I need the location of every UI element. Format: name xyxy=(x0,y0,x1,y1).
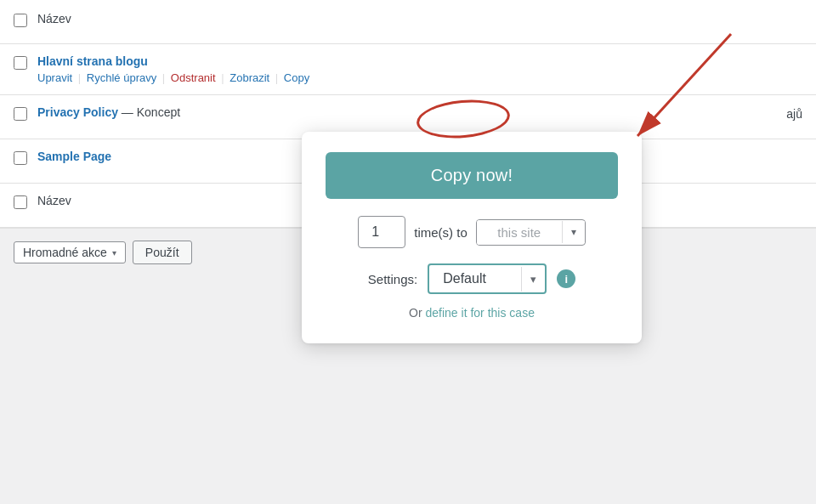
settings-select-value: Default xyxy=(429,265,521,292)
settings-label: Settings: xyxy=(368,272,417,286)
table-row: Název xyxy=(0,0,816,44)
row-title: Název xyxy=(37,194,71,207)
row-title-link[interactable]: Hlavní strana blogu xyxy=(37,54,148,68)
times-label: time(s) to xyxy=(414,225,468,240)
row-suffix: — Koncept xyxy=(122,105,180,119)
chevron-down-icon[interactable]: ▾ xyxy=(521,267,545,292)
times-input[interactable] xyxy=(358,216,405,248)
row-checkbox[interactable] xyxy=(14,151,27,165)
action-view[interactable]: Zobrazit xyxy=(230,71,269,84)
row-title: Název xyxy=(37,12,71,25)
row-checkbox[interactable] xyxy=(14,14,27,27)
row-checkbox-wrap xyxy=(14,12,37,30)
separator: | xyxy=(221,71,224,84)
action-copy[interactable]: Copy xyxy=(284,71,309,84)
action-edit[interactable]: Upravit xyxy=(37,71,72,84)
row-checkbox[interactable] xyxy=(14,56,27,70)
page-wrapper: Název Hlavní strana blogu Upravit | Rych… xyxy=(0,0,816,504)
copy-times-row: time(s) to this site ▾ xyxy=(326,216,618,248)
row-actions: Upravit | Rychlé úpravy | Odstranit | Zo… xyxy=(37,71,802,84)
separator: | xyxy=(162,71,165,84)
settings-select[interactable]: Default ▾ xyxy=(428,263,547,294)
info-icon[interactable]: i xyxy=(557,269,575,288)
action-quick-edit[interactable]: Rychlé úpravy xyxy=(87,71,156,84)
site-select-value: this site xyxy=(477,220,562,245)
separator: | xyxy=(78,71,81,84)
row-content: Privacy Policy — Koncept xyxy=(37,105,786,119)
row-trail: ajů xyxy=(786,105,802,121)
row-checkbox-wrap xyxy=(14,54,37,72)
site-select[interactable]: this site ▾ xyxy=(476,219,586,246)
row-checkbox-wrap xyxy=(14,194,37,212)
action-delete[interactable]: Odstranit xyxy=(171,71,216,84)
define-it-link[interactable]: define it for this case xyxy=(426,306,535,320)
copy-now-button[interactable]: Copy now! xyxy=(326,152,618,199)
table-row: Hlavní strana blogu Upravit | Rychlé úpr… xyxy=(0,44,816,95)
bulk-actions-select[interactable]: Hromadné akce ▾ xyxy=(14,241,126,263)
row-checkbox-wrap xyxy=(14,105,37,123)
chevron-down-icon[interactable]: ▾ xyxy=(562,221,585,243)
settings-row: Settings: Default ▾ i xyxy=(326,263,618,294)
row-checkbox-wrap xyxy=(14,150,37,167)
row-title-link[interactable]: Sample Page xyxy=(37,150,111,163)
chevron-down-icon: ▾ xyxy=(112,248,116,258)
define-link-row: Or define it for this case xyxy=(326,306,618,320)
row-checkbox[interactable] xyxy=(14,107,27,121)
row-content: Název xyxy=(37,12,802,25)
copy-popup: Copy now! time(s) to this site ▾ Setting… xyxy=(302,132,642,343)
row-checkbox[interactable] xyxy=(14,195,27,209)
bulk-actions-label: Hromadné akce xyxy=(23,246,107,259)
apply-button[interactable]: Použít xyxy=(133,241,192,264)
separator: | xyxy=(275,71,278,84)
define-prefix: Or xyxy=(409,306,425,320)
row-title-link[interactable]: Privacy Policy xyxy=(37,105,118,119)
row-content: Hlavní strana blogu Upravit | Rychlé úpr… xyxy=(37,54,802,84)
